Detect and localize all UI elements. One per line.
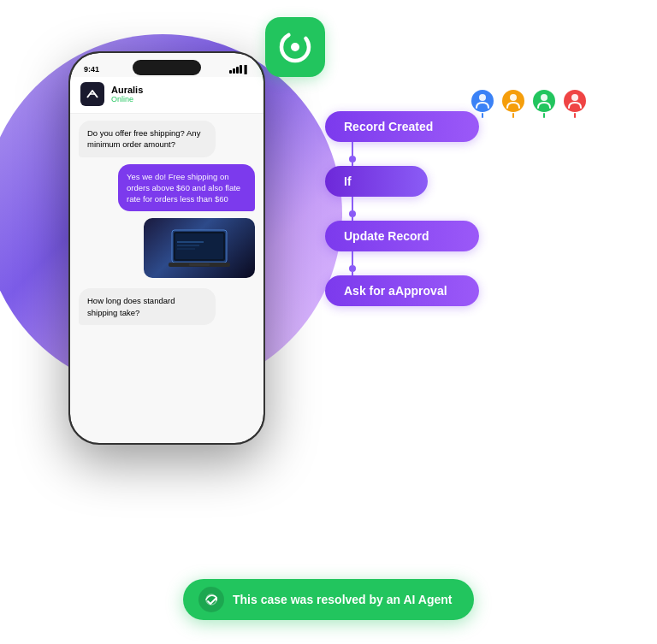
resolved-bar: This case was resolved by an AI Agent [183,579,474,620]
svg-point-12 [541,94,548,101]
message-image [144,218,255,278]
avatar-red [561,90,589,121]
resolved-text: This case was resolved by an AI Agent [233,593,453,606]
avatar-bar-blue [482,113,483,118]
avatars-row [469,90,589,121]
status-icons: ▌ [229,65,250,74]
avatar-icon-blue [471,90,494,112]
svg-point-11 [510,94,517,101]
resolved-icon [198,587,224,612]
phone-mockup: 9:41 ▌ Auralis Online [68,51,265,445]
workflow-node-approval[interactable]: Ask for aApproval [325,275,479,306]
avatar-bar-red [574,113,576,118]
svg-rect-7 [189,263,210,266]
connector-2 [349,197,356,221]
avatar-bar-yellow [512,113,514,118]
svg-rect-2 [175,233,223,259]
app-header: Auralis Online [70,77,263,114]
avatar-icon-yellow [502,90,524,112]
phone-notch [133,60,201,75]
time-label: 9:41 [84,65,99,74]
avatar-icon-green [533,90,555,112]
avatar-blue [469,90,496,121]
phone-screen: 9:41 ▌ Auralis Online [70,53,263,443]
message-3: How long does standard shipping take? [79,288,216,325]
connector-3 [349,251,356,275]
workflow-node-record-created[interactable]: Record Created [325,111,479,142]
app-logo [80,82,104,106]
app-status-label: Online [111,95,143,103]
workflow-node-update-record[interactable]: Update Record [325,221,479,251]
chat-area: Do you offer free shipping? Any minimum … [70,114,263,332]
app-name-group: Auralis Online [111,85,143,103]
app-icon [265,17,325,77]
app-name-label: Auralis [111,85,143,95]
svg-point-13 [571,94,578,101]
avatar-green [530,90,558,121]
message-2: Yes we do! Free shipping on orders above… [118,164,255,212]
workflow-panel: Record Created If Update Record Ask for … [325,111,479,306]
avatar-yellow [500,90,527,121]
avatar-icon-red [564,90,586,112]
svg-point-9 [291,43,299,51]
avatar-bar-green [543,113,545,118]
signal-icon [229,65,242,74]
svg-point-10 [479,94,486,101]
connector-1 [349,142,356,166]
battery-icon: ▌ [245,65,250,74]
workflow-node-if[interactable]: If [325,166,428,197]
message-1: Do you offer free shipping? Any minimum … [79,121,216,157]
